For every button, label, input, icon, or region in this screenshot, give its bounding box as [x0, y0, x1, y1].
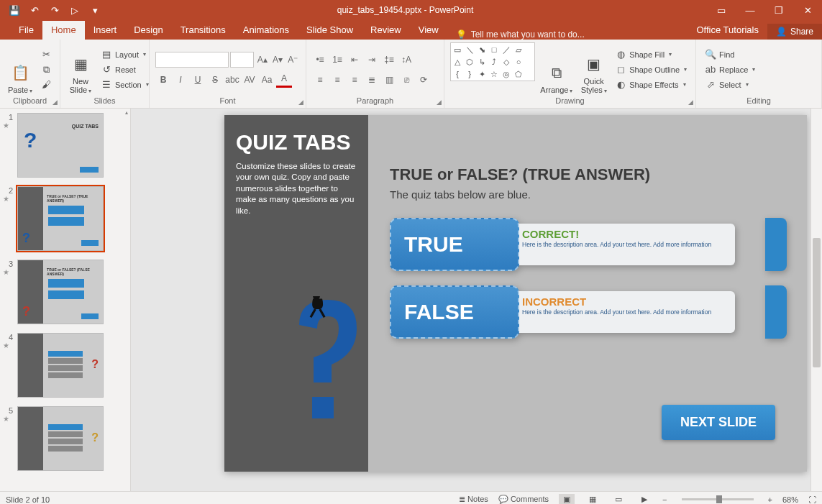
paragraph-dialog-launcher[interactable]: ◢: [437, 98, 442, 106]
window-close-button[interactable]: ✕: [793, 1, 822, 19]
tab-slideshow[interactable]: Slide Show: [298, 21, 362, 40]
qat-customize-button[interactable]: ▾: [86, 1, 104, 19]
copy-button[interactable]: ⧉: [37, 63, 55, 76]
change-case-button[interactable]: Aa: [259, 72, 275, 88]
align-text-button[interactable]: ⎚: [398, 72, 414, 88]
arrange-button[interactable]: ⧉ Arrange▾: [538, 42, 575, 96]
tab-transitions[interactable]: Transitions: [172, 21, 234, 40]
shape-outline-button[interactable]: ◻Shape Outline▾: [612, 63, 690, 76]
strikethrough-button[interactable]: S: [207, 72, 223, 88]
line-spacing-button[interactable]: ‡≡: [381, 52, 397, 68]
shrink-font-button[interactable]: A▾: [270, 52, 284, 68]
qat-redo-button[interactable]: ↷: [46, 1, 63, 19]
canvas-scrollbar[interactable]: [810, 109, 822, 491]
window-restore-button[interactable]: ❐: [764, 1, 793, 19]
align-left-button[interactable]: ≡: [312, 72, 328, 88]
thumbnail-4[interactable]: 4★ ?: [0, 329, 130, 402]
incorrect-description[interactable]: Here is the description area. Add your t…: [522, 309, 729, 316]
quick-styles-button[interactable]: ▣ Quick Styles▾: [578, 42, 609, 96]
slide-side-body[interactable]: Customize these slides to create your ow…: [236, 161, 357, 217]
font-size-combo[interactable]: [230, 52, 254, 68]
shape-effects-button[interactable]: ◐Shape Effects▾: [612, 78, 690, 91]
tab-file[interactable]: File: [10, 21, 42, 40]
numbering-button[interactable]: 1≡: [329, 52, 345, 68]
font-color-button[interactable]: A: [276, 72, 292, 88]
clear-formatting-button[interactable]: A⁻: [286, 52, 300, 68]
layout-button[interactable]: ▤Layout▾: [98, 48, 152, 61]
font-name-combo[interactable]: [155, 52, 229, 68]
false-button[interactable]: FALSE: [390, 285, 519, 339]
comments-button[interactable]: 💬 Comments: [498, 495, 549, 504]
slide-sorter-view-button[interactable]: ▦: [585, 494, 600, 505]
tab-design[interactable]: Design: [125, 21, 171, 40]
replace-button[interactable]: abReplace▾: [702, 63, 758, 76]
grow-font-button[interactable]: A▴: [255, 52, 269, 68]
reading-view-button[interactable]: ▭: [611, 494, 626, 505]
tab-view[interactable]: View: [410, 21, 447, 40]
slide-content[interactable]: QUIZ TABS Customize these slides to crea…: [224, 115, 807, 472]
paste-button[interactable]: 📋 Paste▾: [6, 42, 35, 96]
thumbnails-scrollbar[interactable]: ▴: [123, 109, 130, 491]
share-button[interactable]: 👤 Share: [767, 24, 822, 40]
thumbnail-1[interactable]: 1★ ?QUIZ TABS: [0, 109, 130, 182]
underline-button[interactable]: U: [190, 72, 206, 88]
normal-view-button[interactable]: ▣: [559, 494, 575, 505]
italic-button[interactable]: I: [173, 72, 188, 88]
tell-me-search[interactable]: 💡 Tell me what you want to do...: [447, 29, 593, 40]
qat-undo-button[interactable]: ↶: [26, 1, 43, 19]
window-minimize-button[interactable]: —: [736, 1, 764, 19]
align-right-button[interactable]: ≡: [347, 72, 362, 88]
thumbnail-5[interactable]: 5★ ?: [0, 402, 130, 475]
tab-animations[interactable]: Animations: [234, 21, 298, 40]
next-slide-button[interactable]: NEXT SLIDE: [662, 405, 775, 440]
fit-to-window-button[interactable]: ⛶: [808, 495, 816, 504]
office-tutorials-link[interactable]: Office Tutorials: [688, 21, 767, 40]
cut-button[interactable]: ✂: [37, 48, 55, 61]
format-painter-button[interactable]: 🖌: [37, 78, 55, 91]
bullets-button[interactable]: •≡: [312, 52, 328, 68]
zoom-slider[interactable]: [682, 498, 754, 500]
notes-button[interactable]: ≣ Notes: [459, 495, 488, 504]
char-spacing-button[interactable]: AV: [242, 72, 257, 88]
tab-insert[interactable]: Insert: [85, 21, 126, 40]
qat-slideshow-button[interactable]: ▷: [66, 1, 83, 19]
section-button[interactable]: ☰Section▾: [98, 78, 152, 91]
zoom-out-button[interactable]: −: [662, 495, 667, 504]
reset-button[interactable]: ↺Reset: [98, 63, 152, 76]
thumbnail-2[interactable]: 2★ TRUE or FALSE? (TRUE ANSWER)?: [0, 182, 130, 255]
columns-button[interactable]: ▥: [381, 72, 397, 88]
find-button[interactable]: 🔍Find: [702, 48, 758, 61]
incorrect-label[interactable]: INCORRECT: [522, 295, 729, 308]
slide-subheading[interactable]: The quiz tabs below are blue.: [390, 188, 785, 201]
qat-save-button[interactable]: 💾: [6, 1, 23, 19]
thumbnail-3[interactable]: 3★ TRUE or FALSE? (FALSE ANSWER)?: [0, 255, 130, 329]
tab-home[interactable]: Home: [42, 21, 85, 40]
shapes-gallery[interactable]: ▭＼⬊□／▱ △⬡↳⤴◇○ {}✦☆◎⬠: [450, 42, 535, 81]
font-dialog-launcher[interactable]: ◢: [298, 98, 303, 106]
correct-label[interactable]: CORRECT!: [522, 228, 729, 240]
clipboard-dialog-launcher[interactable]: ◢: [52, 98, 58, 106]
zoom-percentage[interactable]: 68%: [782, 495, 798, 504]
slide-canvas[interactable]: QUIZ TABS Customize these slides to crea…: [131, 109, 822, 491]
align-center-button[interactable]: ≡: [329, 72, 345, 88]
ribbon-display-options-button[interactable]: ▭: [707, 1, 736, 19]
smartart-button[interactable]: ⟳: [416, 72, 431, 88]
text-shadow-button[interactable]: abc: [224, 72, 240, 88]
quiz-tab-false[interactable]: INCORRECTHere is the description area. A…: [390, 285, 785, 339]
select-button[interactable]: ⬀Select▾: [702, 78, 758, 91]
justify-button[interactable]: ≣: [364, 72, 380, 88]
tab-review[interactable]: Review: [362, 21, 410, 40]
shape-fill-button[interactable]: ◍Shape Fill▾: [612, 48, 690, 61]
new-slide-button[interactable]: ▦ New Slide▾: [66, 42, 95, 96]
zoom-in-button[interactable]: +: [768, 495, 772, 504]
slide-side-title[interactable]: QUIZ TABS: [236, 131, 357, 154]
quiz-tab-true[interactable]: CORRECT!Here is the description area. Ad…: [390, 218, 785, 271]
increase-indent-button[interactable]: ⇥: [364, 52, 380, 68]
text-direction-button[interactable]: ↕A: [398, 52, 414, 68]
correct-description[interactable]: Here is the description area. Add your t…: [522, 242, 729, 249]
drawing-dialog-launcher[interactable]: ◢: [688, 98, 693, 106]
true-button[interactable]: TRUE: [390, 218, 519, 271]
bold-button[interactable]: B: [155, 72, 171, 88]
slide-heading[interactable]: TRUE or FALSE? (TRUE ANSWER): [390, 165, 785, 184]
slideshow-view-button[interactable]: ▶: [636, 494, 652, 505]
